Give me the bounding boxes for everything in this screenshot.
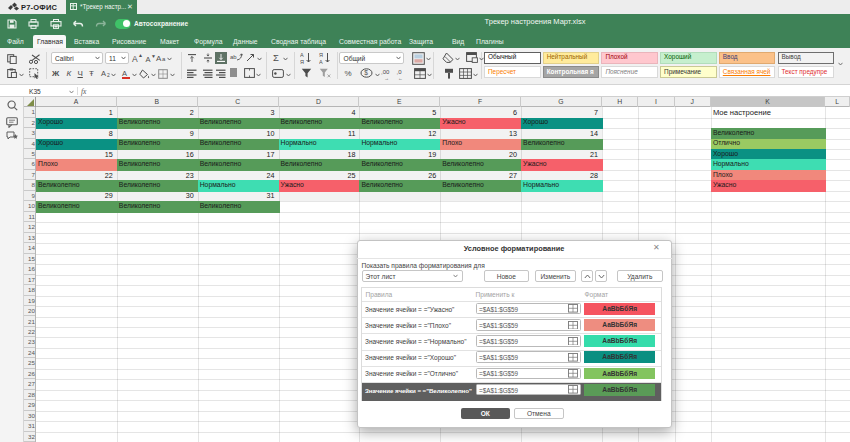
- svg-text:$: $: [364, 69, 368, 76]
- svg-text:Я: Я: [300, 58, 304, 64]
- svg-text:А: А: [300, 52, 304, 58]
- svg-text:Я: Я: [319, 52, 323, 58]
- svg-text:А: А: [319, 58, 323, 64]
